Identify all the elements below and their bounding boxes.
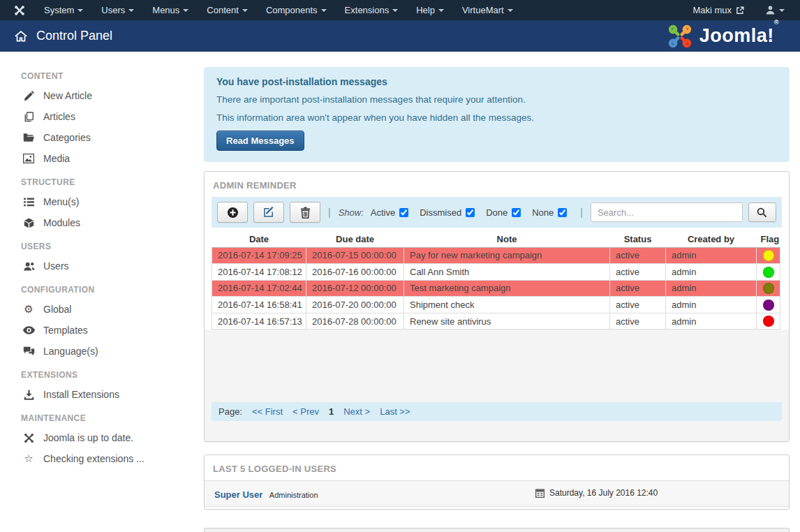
pagination-next-link[interactable]: Next > [343,406,370,417]
sidebar-item-label: Media [43,153,70,164]
table-row[interactable]: 2016-07-14 16:58:41 2016-07-20 00:00:00 … [212,297,780,313]
cell-status: active [610,247,666,264]
pagination-current-page: 1 [329,406,334,417]
filter-none[interactable]: None [532,207,567,218]
cell-created-by: admin [666,264,757,281]
menu-help[interactable]: Help [407,0,453,20]
menu-components[interactable]: Components [257,0,336,20]
read-messages-button[interactable]: Read Messages [216,131,304,151]
cell-flag [757,280,780,297]
delete-reminder-button[interactable] [290,202,320,223]
menu-users-label: Users [101,5,125,15]
sidebar-item-users[interactable]: Users [21,256,196,276]
flag-dot [763,250,774,261]
sidebar-item-joomla-uptodate[interactable]: Joomla is up to date. [21,427,196,448]
col-header-status[interactable]: Status [610,232,666,247]
filter-active-label: Active [371,207,395,218]
filter-done-checkbox[interactable] [512,208,521,217]
joomla-admin-page: System Users Menus Content Components Ex… [0,0,800,532]
filter-dissmised-checkbox[interactable] [466,208,475,217]
sidebar-item-media[interactable]: Media [21,148,196,169]
col-header-flag[interactable]: Flag [757,232,780,247]
sidebar-item-label: Menu(s) [43,196,79,207]
menu-content-label: Content [207,5,239,15]
table-row[interactable]: 2016-07-14 16:57:13 2016-07-28 00:00:00 … [212,313,780,330]
search-button[interactable] [748,202,776,222]
col-header-due-date[interactable]: Due date [306,232,404,247]
sidebar-item-menus[interactable]: Menu(s) [21,191,196,212]
cell-status: active [610,264,666,281]
sidebar-item-label: Modules [43,217,80,228]
col-header-note[interactable]: Note [404,232,610,247]
user-icon [765,5,776,15]
sidebar-item-modules[interactable]: Modules [21,212,196,233]
add-reminder-button[interactable] [217,202,248,223]
sidebar-heading-content: CONTENT [21,71,196,81]
pagination-prev-link[interactable]: < Prev [292,406,319,417]
sidebar-item-install-extensions[interactable]: Install Extensions [21,384,196,405]
col-header-created-by[interactable]: Created by [666,232,757,247]
cell-flag [757,264,780,281]
pagination-first-link[interactable]: << First [252,406,283,417]
cell-due-date: 2016-07-12 00:00:00 [306,280,404,297]
menu-extensions-label: Extensions [345,5,390,15]
sidebar-item-articles[interactable]: Articles [21,106,196,127]
logged-in-users-title: LAST 5 LOGGED-IN USERS [205,455,789,480]
filter-done[interactable]: Done [486,207,521,218]
search-input[interactable] [591,202,743,222]
menu-extensions[interactable]: Extensions [336,0,408,20]
cell-flag [757,313,780,330]
table-header-row: Date Due date Note Status Created by Fla… [212,232,780,247]
cell-due-date: 2016-07-28 00:00:00 [306,313,404,330]
cell-created-by: admin [666,280,757,297]
filter-none-checkbox[interactable] [558,208,567,217]
chevron-down-icon [321,9,327,12]
menu-users[interactable]: Users [92,0,143,20]
sidebar-item-categories[interactable]: Categories [21,127,196,148]
filter-active[interactable]: Active [371,207,408,218]
cell-created-by: admin [666,247,757,264]
alert-line-2: This information area won't appear when … [216,112,777,123]
sidebar-item-global[interactable]: ⚙ Global [21,299,196,320]
star-icon: ☆ [21,452,36,465]
sidebar-item-checking-extensions[interactable]: ☆ Checking extensions ... [21,448,196,469]
alert-line-1: There are important post-installation me… [216,94,777,105]
table-row[interactable]: 2016-07-14 17:09:25 2016-07-15 00:00:00 … [212,247,780,264]
menu-virtuemart[interactable]: VirtueMart [453,0,522,20]
site-preview-link[interactable]: Maki mux [681,5,755,15]
menu-components-label: Components [266,5,318,15]
plus-circle-icon [227,207,239,219]
table-row[interactable]: 2016-07-14 17:02:44 2016-07-12 00:00:00 … [212,280,780,297]
search-icon [757,207,767,218]
comments-icon [21,346,36,357]
home-icon[interactable] [14,30,28,43]
cell-created-by: admin [666,297,757,313]
menu-menus[interactable]: Menus [143,0,198,20]
chevron-down-icon [438,9,444,12]
col-header-date[interactable]: Date [212,232,306,247]
sidebar-item-new-article[interactable]: New Article [21,85,196,106]
sidebar-item-label: Global [43,304,71,315]
filter-dissmised[interactable]: Dissmised [420,207,475,218]
filter-active-checkbox[interactable] [399,208,408,217]
filter-done-label: Done [486,207,508,218]
sidebar-item-label: Language(s) [43,346,98,357]
menu-system-label: System [44,5,74,15]
sidebar-item-languages[interactable]: Language(s) [21,341,196,362]
user-menu[interactable] [755,5,787,15]
edit-reminder-button[interactable] [253,202,284,223]
logged-in-user-row: Super User Administration Saturday, 16 J… [205,480,789,507]
edit-icon [263,207,274,218]
table-row[interactable]: 2016-07-14 17:08:12 2016-07-16 00:00:00 … [212,264,780,281]
menu-content[interactable]: Content [198,0,257,20]
logged-in-user-name-link[interactable]: Super User [214,489,262,500]
chevron-down-icon [392,9,398,12]
sidebar-item-templates[interactable]: Templates [21,320,196,341]
joomla-knot-icon[interactable] [0,5,35,16]
cell-status: active [610,313,666,330]
cell-note: Pay for new marketing campaign [404,247,610,264]
menu-system[interactable]: System [35,0,92,20]
pagination-last-link[interactable]: Last >> [380,406,410,417]
cell-date: 2016-07-14 17:08:12 [212,264,306,281]
chevron-down-icon [508,9,513,12]
